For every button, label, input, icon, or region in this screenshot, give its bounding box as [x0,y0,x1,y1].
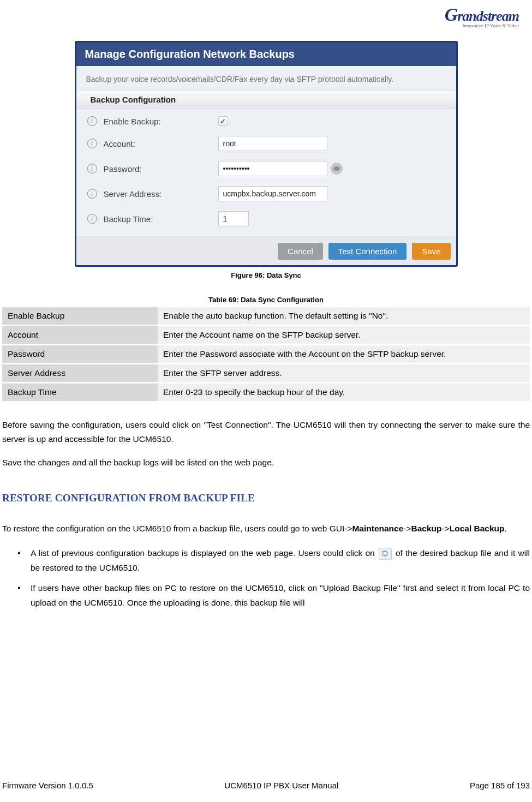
restore-icon[interactable] [379,548,392,560]
server-address-input[interactable] [218,186,327,201]
table-row: PasswordEnter the Password associate wit… [2,345,530,364]
table-row: AccountEnter the Account name on the SFT… [2,326,530,345]
paragraph: Save the changes and all the backup logs… [2,456,530,470]
save-button[interactable]: Save [412,243,450,260]
account-input[interactable] [218,136,327,151]
cfg-name: Account [2,326,158,345]
table-row: Enable BackupEnable the auto backup func… [2,307,530,326]
cancel-button[interactable]: Cancel [278,243,323,260]
info-icon[interactable]: i [87,139,97,148]
table-row: Server AddressEnter the SFTP server addr… [2,364,530,383]
cfg-name: Server Address [2,364,158,383]
footer-center: UCM6510 IP PBX User Manual [224,781,338,790]
password-input[interactable] [218,161,327,176]
brand-logo: Grandstream Innovative IP Voice & Video [445,4,519,28]
enable-backup-label: Enable Backup: [104,117,218,126]
cfg-desc: Enable the auto backup function. The def… [158,307,530,326]
enable-backup-checkbox[interactable]: ✓ [218,116,228,126]
nav-path-a: Maintenance [352,524,403,533]
table-row: Backup TimeEnter 0-23 to specify the bac… [2,383,530,402]
info-icon[interactable]: i [87,116,97,126]
restore-heading: RESTORE CONFIGURATION FROM BACKUP FILE [2,489,530,506]
footer-right: Page 185 of 193 [470,781,530,790]
paragraph: Before saving the configuration, users c… [2,418,530,446]
figure-caption: Figure 96: Data Sync [2,271,530,279]
dialog-subtitle: Backup your voice records/voicemails/CDR… [76,66,456,90]
list-item: If users have other backup files on PC t… [17,580,530,610]
cfg-desc: Enter 0-23 to specify the backup hour of… [158,383,530,402]
list-item: A list of previous configuration backups… [17,546,530,575]
backup-time-input[interactable] [218,211,249,226]
footer-left: Firmware Version 1.0.0.5 [2,781,93,790]
info-icon[interactable]: i [87,189,97,199]
cfg-desc: Enter the Account name on the SFTP backu… [158,326,530,345]
test-connection-button[interactable]: Test Connection [328,243,407,260]
section-header: Backup Configuration [76,90,456,109]
bullet-text: A list of previous configuration backups… [31,548,378,558]
cfg-name: Enable Backup [2,307,158,326]
nav-path-b: Backup [411,524,442,533]
show-password-icon[interactable] [331,163,343,175]
config-table: Enable BackupEnable the auto backup func… [2,307,530,403]
cfg-desc: Enter the Password associate with the Ac… [158,345,530,364]
page-footer: Firmware Version 1.0.0.5 UCM6510 IP PBX … [0,781,532,790]
cfg-name: Password [2,345,158,364]
intro-text: To restore the configuration on the UCM6… [2,524,352,533]
server-address-label: Server Address: [104,189,218,199]
backup-time-label: Backup Time: [104,214,218,224]
nav-path-c: Local Backup [450,524,505,533]
info-icon[interactable]: i [87,164,97,173]
password-label: Password: [104,164,218,173]
cfg-desc: Enter the SFTP server address. [158,364,530,383]
dialog-title: Manage Configuration Network Backups [76,43,456,66]
info-icon[interactable]: i [87,214,97,224]
account-label: Account: [104,139,218,148]
cfg-name: Backup Time [2,383,158,402]
config-screenshot: Manage Configuration Network Backups Bac… [75,41,458,267]
table-caption: Table 69: Data Sync Configuration [2,296,530,304]
restore-intro: To restore the configuration on the UCM6… [2,522,530,536]
